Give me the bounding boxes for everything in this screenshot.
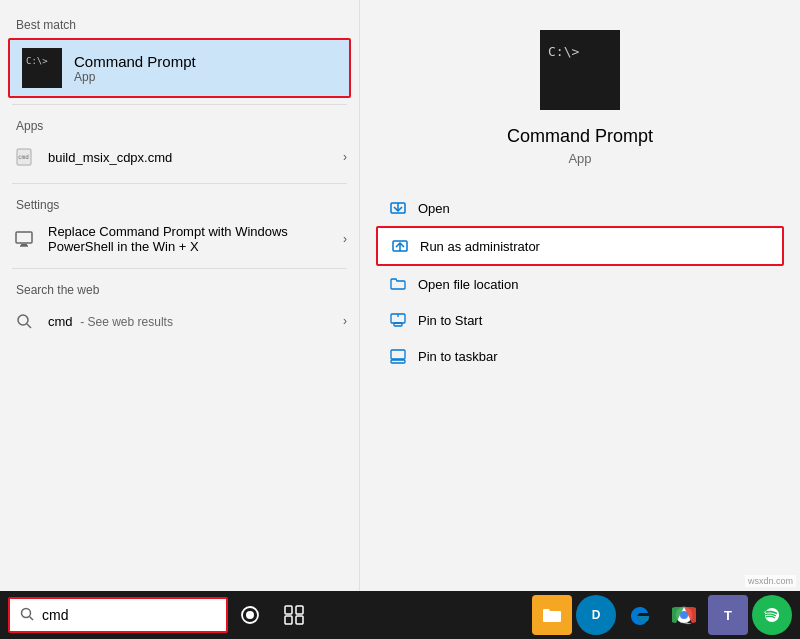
powershell-setting-text: Replace Command Prompt with Windows Powe… [48, 224, 343, 254]
svg-rect-15 [391, 360, 405, 363]
best-match-app-type: App [74, 70, 196, 84]
taskbar: cmd D T [0, 591, 800, 639]
open-label: Open [418, 201, 450, 216]
best-match-label: Best match [0, 10, 359, 36]
taskbar-cortana-btn[interactable] [228, 591, 272, 639]
divider-1 [12, 104, 347, 105]
svg-rect-14 [391, 350, 405, 359]
start-menu: Best match Command Prompt App Apps cmd b… [0, 0, 800, 591]
cmd-web-text: cmd - See web results [48, 314, 343, 329]
action-pin-taskbar[interactable]: Pin to taskbar [376, 338, 784, 374]
list-item-powershell-setting[interactable]: Replace Command Prompt with Windows Powe… [0, 216, 359, 262]
taskbar-dell-icon[interactable]: D [576, 595, 616, 635]
svg-rect-23 [296, 616, 303, 624]
taskbar-icons: D T [532, 595, 792, 635]
svg-rect-2 [16, 232, 32, 243]
open-icon [388, 198, 408, 218]
search-text: cmd [42, 607, 68, 623]
divider-2 [12, 183, 347, 184]
taskbar-task-view-btn[interactable] [272, 591, 316, 639]
app-preview-type: App [568, 151, 591, 166]
svg-point-16 [22, 608, 31, 617]
best-match-item[interactable]: Command Prompt App [8, 38, 351, 98]
action-open-file-location[interactable]: Open file location [376, 266, 784, 302]
pin-start-icon [388, 310, 408, 330]
svg-point-5 [18, 315, 28, 325]
action-open[interactable]: Open [376, 190, 784, 226]
app-preview-name: Command Prompt [507, 126, 653, 147]
right-panel: Command Prompt App Open Run a [360, 0, 800, 591]
svg-line-17 [30, 616, 34, 620]
build-cmd-text: build_msix_cdpx.cmd [48, 150, 343, 165]
svg-rect-12 [394, 323, 402, 326]
best-match-text: Command Prompt App [74, 53, 196, 84]
taskbar-teams-icon[interactable]: T [708, 595, 748, 635]
list-item-cmd-web[interactable]: cmd - See web results › [0, 301, 359, 341]
run-admin-label: Run as administrator [420, 239, 540, 254]
taskbar-spotify-icon[interactable] [752, 595, 792, 635]
svg-point-19 [246, 611, 254, 619]
pin-start-label: Pin to Start [418, 313, 482, 328]
chevron-icon-1: › [343, 150, 347, 164]
watermark: wsxdn.com [745, 575, 796, 587]
taskbar-file-explorer-icon[interactable] [532, 595, 572, 635]
action-list: Open Run as administrator Open f [360, 190, 800, 374]
svg-line-6 [27, 324, 31, 328]
folder-icon [388, 274, 408, 294]
search-web-label: Search the web [0, 275, 359, 301]
svg-rect-22 [285, 616, 292, 624]
settings-label: Settings [0, 190, 359, 216]
svg-rect-21 [296, 606, 303, 614]
open-file-location-label: Open file location [418, 277, 518, 292]
action-run-admin[interactable]: Run as administrator [376, 226, 784, 266]
monitor-icon [12, 227, 36, 251]
list-item-build-cmd[interactable]: cmd build_msix_cdpx.cmd › [0, 137, 359, 177]
cmd-file-icon: cmd [12, 145, 36, 169]
app-preview-icon [540, 30, 620, 110]
taskbar-chrome-icon[interactable] [664, 595, 704, 635]
chevron-icon-2: › [343, 232, 347, 246]
pin-taskbar-icon [388, 346, 408, 366]
search-icon [20, 607, 34, 624]
svg-text:cmd: cmd [18, 153, 29, 160]
run-admin-icon [390, 236, 410, 256]
divider-3 [12, 268, 347, 269]
search-box[interactable]: cmd [8, 597, 228, 633]
action-pin-start[interactable]: Pin to Start [376, 302, 784, 338]
pin-taskbar-label: Pin to taskbar [418, 349, 498, 364]
search-web-icon [12, 309, 36, 333]
cmd-app-icon [22, 48, 62, 88]
chevron-icon-3: › [343, 314, 347, 328]
svg-rect-20 [285, 606, 292, 614]
left-panel: Best match Command Prompt App Apps cmd b… [0, 0, 360, 591]
best-match-app-name: Command Prompt [74, 53, 196, 70]
taskbar-edge-icon[interactable] [620, 595, 660, 635]
apps-label: Apps [0, 111, 359, 137]
